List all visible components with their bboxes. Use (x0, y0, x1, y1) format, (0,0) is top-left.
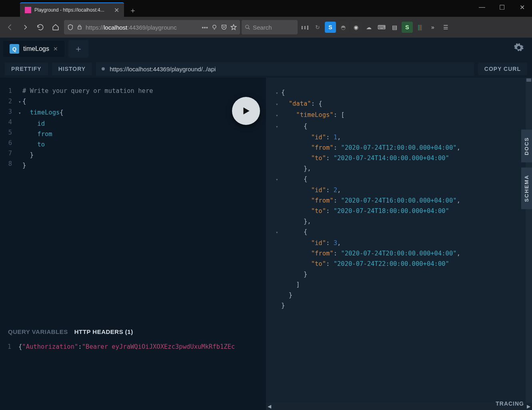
hamburger-icon[interactable]: ☰ (440, 22, 451, 33)
query-badge-icon: Q (10, 44, 19, 54)
shield-icon (67, 24, 74, 30)
play-icon (241, 106, 251, 116)
browser-tab[interactable]: Playground - https://localhost:4... ✕ (20, 2, 124, 17)
maximize-button[interactable]: ☐ (492, 0, 512, 14)
search-bar[interactable]: Search (242, 20, 298, 34)
search-icon (245, 24, 250, 30)
browser-toolbar: https://localhost:44369/playgrounc ••• S… (0, 17, 532, 38)
refresh-ext-icon[interactable]: ↻ (312, 22, 323, 33)
new-tab-button[interactable]: ＋ (126, 4, 139, 17)
bulb-icon[interactable] (211, 24, 218, 30)
window-controls: — ☐ ✕ (472, 0, 532, 14)
page-actions-icon[interactable]: ••• (202, 24, 208, 31)
endpoint-text: https://localhost:44369/playground/../ap… (110, 66, 216, 72)
headers-editor[interactable]: 1 {"Authorization":"Bearer eyJraWQiOiJXO… (0, 338, 266, 410)
tab-http-headers[interactable]: HTTP HEADERS (1) (74, 328, 133, 335)
docs-tab[interactable]: DOCS (521, 130, 532, 163)
new-playground-tab-button[interactable]: ＋ (68, 40, 88, 58)
close-window-button[interactable]: ✕ (512, 0, 532, 14)
endpoint-input[interactable]: https://localhost:44369/playground/../ap… (96, 62, 474, 76)
close-tab-icon[interactable]: ✕ (114, 6, 119, 14)
variables-pane: QUERY VARIABLES HTTP HEADERS (1) 1 {"Aut… (0, 324, 266, 410)
ext-s-icon[interactable]: S (325, 22, 336, 33)
reload-button[interactable] (34, 20, 47, 34)
run-query-button[interactable] (232, 97, 260, 125)
back-button[interactable] (3, 20, 17, 34)
ext4-icon[interactable]: ☁ (363, 22, 374, 33)
vertical-scrollbar[interactable] (526, 78, 532, 403)
editor-result-split: 12345678 # Write your query or mutation … (0, 78, 532, 410)
gear-icon (514, 42, 524, 53)
svg-point-1 (213, 25, 216, 28)
keyboard-icon[interactable]: ⌨ (376, 22, 387, 33)
svg-rect-0 (78, 27, 81, 29)
news-icon[interactable]: ▤ (389, 22, 400, 33)
query-editor[interactable]: 12345678 # Write your query or mutation … (0, 78, 266, 171)
result-output[interactable]: ▾{▾ "data": {▾ "timeLogs": [▾ { "id": 1,… (266, 78, 532, 311)
close-tab-icon[interactable]: ✕ (53, 46, 58, 52)
ublock-icon[interactable]: ◓ (338, 22, 349, 33)
result-pane: ▾{▾ "data": {▾ "timeLogs": [▾ { "id": 1,… (266, 78, 532, 410)
home-button[interactable] (49, 20, 62, 34)
copy-curl-button[interactable]: COPY CURL (478, 62, 527, 75)
pocket-icon[interactable] (221, 24, 227, 30)
forward-button[interactable] (18, 20, 32, 34)
lock-icon (77, 24, 82, 30)
action-bar: PRETTIFY HISTORY https://localhost:44369… (0, 60, 532, 78)
tab-query-variables[interactable]: QUERY VARIABLES (8, 328, 68, 335)
playground-tab[interactable]: Q timeLogs ✕ (3, 41, 64, 57)
browser-tab-title: Playground - https://localhost:4... (34, 7, 104, 13)
darkreader-icon[interactable]: ◉ (350, 22, 362, 33)
prettify-button[interactable]: PRETTIFY (5, 62, 48, 75)
playground-tab-label: timeLogs (23, 45, 49, 52)
search-placeholder: Search (253, 24, 272, 31)
schema-tab[interactable]: SCHEMA (521, 167, 532, 209)
browser-titlebar: Playground - https://localhost:4... ✕ ＋ … (0, 0, 532, 17)
columns-icon[interactable]: ||| (414, 22, 426, 33)
overflow-icon[interactable]: » (427, 22, 438, 33)
extensions-bar: ⫾⫾⫿ ↻ S ◓ ◉ ☁ ⌨ ▤ S ||| » ☰ (299, 22, 451, 33)
library-icon[interactable]: ⫾⫾⫿ (299, 22, 310, 33)
status-dot-icon (102, 67, 105, 70)
url-bar[interactable]: https://localhost:44369/playgrounc ••• (64, 20, 240, 34)
url-text: https://localhost:44369/playgrounc (86, 24, 177, 31)
playground-content: Q timeLogs ✕ ＋ PRETTIFY HISTORY https://… (0, 38, 532, 410)
svg-point-2 (246, 25, 249, 28)
settings-button[interactable] (509, 42, 529, 56)
graphql-favicon-icon (25, 7, 31, 13)
tracing-button[interactable]: TRACING (488, 397, 532, 410)
history-button[interactable]: HISTORY (52, 62, 92, 75)
ext-green-s-icon[interactable]: S (402, 22, 413, 33)
star-icon[interactable] (230, 24, 237, 30)
playground-tabs: Q timeLogs ✕ ＋ (0, 38, 532, 60)
minimize-button[interactable]: — (472, 0, 492, 14)
